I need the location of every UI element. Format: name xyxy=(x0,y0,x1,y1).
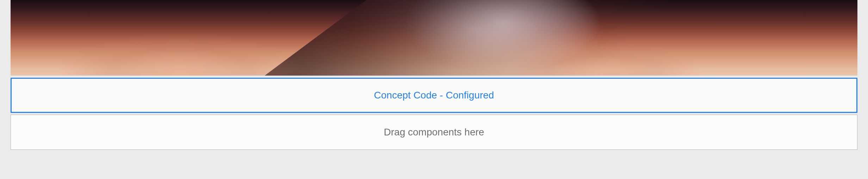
dropzone-placeholder: Drag components here xyxy=(384,127,484,138)
component-label: Concept Code - Configured xyxy=(374,90,494,101)
component-dropzone[interactable]: Drag components here xyxy=(11,115,857,150)
hero-image[interactable] xyxy=(11,0,857,76)
component-concept-code[interactable]: Concept Code - Configured xyxy=(11,78,857,113)
page-editor-canvas: Concept Code - Configured Drag component… xyxy=(0,0,868,150)
